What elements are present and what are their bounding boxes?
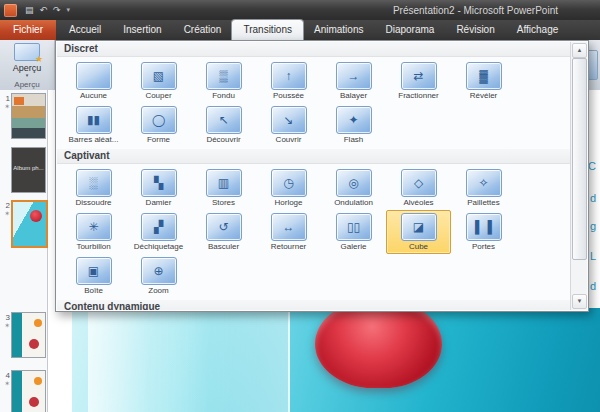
transition-basculer[interactable]: ↺ Basculer: [191, 210, 256, 254]
transition-slide-icon: ◯: [141, 106, 177, 134]
transition-ondulation[interactable]: ◎ Ondulation: [321, 166, 386, 210]
transition-portes[interactable]: ▌▐ Portes: [451, 210, 516, 254]
transition-paillettes[interactable]: ✧ Paillettes: [451, 166, 516, 210]
transition-label: Poussée: [257, 91, 320, 100]
transition-label: Découvrir: [192, 135, 255, 144]
scrollbar-thumb[interactable]: [572, 58, 587, 260]
transition-couvrir[interactable]: ↘ Couvrir: [256, 103, 321, 147]
transition-label: Ondulation: [322, 198, 385, 207]
transition-tourbillon[interactable]: ✳ Tourbillon: [61, 210, 126, 254]
scroll-down-icon[interactable]: ▼: [572, 294, 587, 309]
transition-fondu[interactable]: ▒ Fondu: [191, 59, 256, 103]
tab-fichier[interactable]: Fichier: [0, 20, 56, 40]
gallery-section-items: ░ Dissoudre ▚ Damier ▥ Stores ◷ Horloge …: [57, 164, 571, 300]
transition-retourner[interactable]: ↔ Retourner: [256, 210, 321, 254]
transition-slide-icon: ↖: [206, 106, 242, 134]
transition-label: Stores: [192, 198, 255, 207]
undo-icon[interactable]: ↶: [40, 0, 48, 20]
transition-couper[interactable]: ▧ Couper: [126, 59, 191, 103]
transition-d-chiquetage[interactable]: ▞ Déchiquetage: [126, 210, 191, 254]
transition-label: Flash: [322, 135, 385, 144]
slide-thumbnail[interactable]: [11, 93, 46, 139]
slide-item-1[interactable]: 1 ✶: [1, 93, 46, 139]
transition-bo-te[interactable]: ▣ Boîte: [61, 254, 126, 298]
save-icon[interactable]: ▤: [25, 0, 34, 20]
transition-label: Portes: [452, 242, 515, 251]
transition-label: Zoom: [127, 286, 190, 295]
tab-diaporama[interactable]: Diaporama: [374, 20, 445, 40]
redo-icon[interactable]: ↷: [53, 0, 61, 20]
transition-slide-icon: ▥: [206, 169, 242, 197]
slide-thumbnail[interactable]: [11, 200, 48, 248]
slide-thumbnail[interactable]: [11, 370, 46, 412]
gallery-section-discret: Discret: [57, 42, 571, 57]
preview-group-label: Aperçu: [0, 80, 54, 89]
transition-d-couvrir[interactable]: ↖ Découvrir: [191, 103, 256, 147]
album-caption: Album ph...: [12, 165, 45, 171]
transition-slide-icon: ◪: [401, 213, 437, 241]
transition-pouss-e[interactable]: ↑ Poussée: [256, 59, 321, 103]
transition-aucune[interactable]: Aucune: [61, 59, 126, 103]
transition-label: Balayer: [322, 91, 385, 100]
preview-button[interactable]: ★ Aperçu ▾: [3, 41, 51, 78]
transition-forme[interactable]: ◯ Forme: [126, 103, 191, 147]
transition-slide-icon: ▯▯: [336, 213, 372, 241]
powerpoint-window: ▤ ↶ ↷ ▾ Présentation2 - Microsoft PowerP…: [0, 0, 600, 412]
red-liquid-glass: [315, 308, 442, 388]
slide-thumbnail[interactable]: Album ph...: [11, 147, 46, 193]
transition-slide-icon: ↺: [206, 213, 242, 241]
transition-stores[interactable]: ▥ Stores: [191, 166, 256, 210]
transitions-gallery: Discret Aucune ▧ Couper ▒ Fondu ↑ Poussé…: [55, 40, 589, 312]
slide-number: 2: [1, 201, 10, 210]
tab-animations[interactable]: Animations: [303, 20, 374, 40]
transition-damier[interactable]: ▚ Damier: [126, 166, 191, 210]
transition-fractionner[interactable]: ⇄ Fractionner: [386, 59, 451, 103]
gallery-section-items: Aucune ▧ Couper ▒ Fondu ↑ Poussée → Bala…: [57, 57, 571, 149]
transition-flash[interactable]: ✦ Flash: [321, 103, 386, 147]
transition-label: Horloge: [257, 198, 320, 207]
transition-slide-icon: ✦: [336, 106, 372, 134]
slide-number: 4: [1, 371, 10, 380]
transition-label: Paillettes: [452, 198, 515, 207]
gallery-scrollbar[interactable]: ▲ ▼: [570, 42, 587, 310]
slide-meta: 2 ✶: [1, 200, 10, 248]
edge-letter: d: [590, 280, 596, 292]
ribbon-tabs: FichierAccueilInsertionCréationTransitio…: [0, 20, 600, 40]
tab-affichage[interactable]: Affichage: [506, 20, 570, 40]
transition-alv-oles[interactable]: ◇ Alvéoles: [386, 166, 451, 210]
transition-barres-al-at[interactable]: ▮▮ Barres aléat...: [61, 103, 126, 147]
transition-label: Galerie: [322, 242, 385, 251]
transition-dissoudre[interactable]: ░ Dissoudre: [61, 166, 126, 210]
slide-item-album[interactable]: Album ph...: [1, 147, 46, 193]
powerpoint-app-icon[interactable]: [4, 4, 17, 17]
edge-letter: g: [590, 220, 596, 232]
transition-label: Cube: [387, 242, 450, 251]
tab-insertion[interactable]: Insertion: [112, 20, 172, 40]
slide-item-3[interactable]: 3 ✶: [1, 312, 46, 358]
transition-cube[interactable]: ◪ Cube: [386, 210, 451, 254]
transition-galerie[interactable]: ▯▯ Galerie: [321, 210, 386, 254]
transition-horloge[interactable]: ◷ Horloge: [256, 166, 321, 210]
transition-zoom[interactable]: ⊕ Zoom: [126, 254, 191, 298]
edge-letter: L: [590, 250, 596, 262]
slide-thumbnail[interactable]: [11, 312, 46, 358]
transition-slide-icon: →: [336, 62, 372, 90]
transition-r-v-ler[interactable]: ▓ Révéler: [451, 59, 516, 103]
animation-star-icon: ✶: [1, 380, 10, 388]
transition-slide-icon: ▒: [206, 62, 242, 90]
tab-transitions[interactable]: Transitions: [232, 20, 303, 40]
transition-label: Damier: [127, 198, 190, 207]
scroll-up-icon[interactable]: ▲: [572, 43, 587, 58]
tab-accueil[interactable]: Accueil: [58, 20, 112, 40]
transition-label: Révéler: [452, 91, 515, 100]
tab-cr-ation[interactable]: Création: [173, 20, 233, 40]
transition-label: Aucune: [62, 91, 125, 100]
gallery-body: Discret Aucune ▧ Couper ▒ Fondu ↑ Poussé…: [57, 42, 571, 310]
transition-balayer[interactable]: → Balayer: [321, 59, 386, 103]
gallery-section-captivant: Captivant: [57, 149, 571, 164]
transition-slide-icon: ▓: [466, 62, 502, 90]
slide-item-2[interactable]: 2 ✶: [1, 200, 48, 248]
tab-r-vision[interactable]: Révision: [445, 20, 505, 40]
qat-dropdown-icon[interactable]: ▾: [67, 0, 71, 20]
slide-item-4[interactable]: 4 ✶: [1, 370, 46, 412]
